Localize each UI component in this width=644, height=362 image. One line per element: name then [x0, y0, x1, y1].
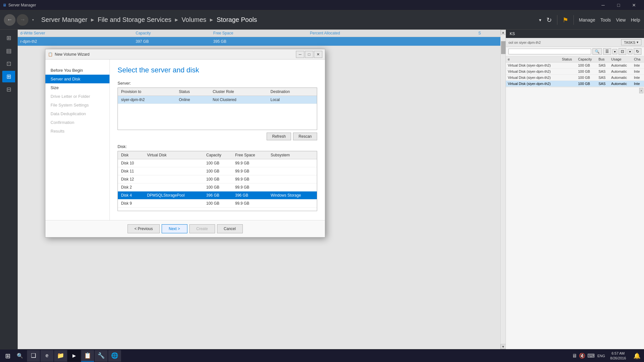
wizard-nav-deduplication[interactable]: Data Deduplication: [45, 109, 109, 118]
right-table-row[interactable]: Virtual Disk (siyer-dpm-th2) 100 GB SAS …: [506, 69, 644, 75]
next-button[interactable]: Next >: [162, 224, 187, 233]
wizard-nav-results[interactable]: Results: [45, 127, 109, 135]
sort-dropdown[interactable]: ▾: [628, 49, 632, 54]
taskbar-server-manager-button[interactable]: 📋: [81, 350, 94, 362]
server-col-provision-to: Provision to: [118, 88, 175, 96]
sidebar-dashboard-icon[interactable]: ⊞: [2, 32, 15, 44]
taskbar-explorer-button[interactable]: 📁: [54, 350, 67, 362]
wizard-window-controls: ─ □ ✕: [296, 51, 322, 58]
disk-table-header-row: Disk Virtual Disk Capacity Free Space Su…: [118, 151, 317, 159]
rescan-button[interactable]: Rescan: [293, 133, 317, 140]
wizard-content: Select the server and disk Server: Provi…: [110, 60, 325, 220]
disk-capacity: 100 GB: [203, 167, 232, 175]
tasks-button[interactable]: TASKS ▾: [621, 39, 641, 45]
breadcrumb-sep-3: ►: [209, 17, 214, 23]
minimize-button[interactable]: ─: [596, 0, 611, 10]
server-col-cluster-role: Cluster Role: [210, 88, 268, 96]
right-search-input[interactable]: [508, 49, 591, 54]
help-button[interactable]: Help: [631, 17, 640, 23]
sort-button[interactable]: ⊡: [619, 48, 626, 55]
right-panel-header: KS: [506, 30, 644, 38]
wizard-nav-size[interactable]: Size: [45, 83, 109, 92]
sidebar-local-server-icon[interactable]: ▤: [2, 45, 15, 57]
server-table-area[interactable]: Provision to Status Cluster Role Destina…: [118, 88, 317, 130]
wizard-nav-file-system[interactable]: File System Settings: [45, 101, 109, 109]
breadcrumb-volumes[interactable]: Volumes: [182, 16, 206, 23]
disk-scroll-thumb[interactable]: [501, 41, 506, 54]
disk-scroll-track[interactable]: [501, 35, 506, 344]
sidebar-roles-icon[interactable]: ⊟: [2, 84, 15, 95]
refresh-nav-button[interactable]: ↻: [546, 16, 552, 24]
wizard-close-button[interactable]: ✕: [314, 51, 322, 58]
wizard-nav-confirmation[interactable]: Confirmation: [45, 118, 109, 127]
taskbar-search-button[interactable]: 🔍: [14, 350, 26, 362]
right-cell-capacity: 100 GB: [576, 69, 597, 75]
disk-table-area[interactable]: Disk Virtual Disk Capacity Free Space Su…: [118, 151, 317, 211]
disk-virtual-disk: DPMSQLStoragePool: [144, 191, 203, 200]
sidebar-storage-icon[interactable]: ⊞: [2, 71, 15, 82]
wizard-maximize-button[interactable]: □: [305, 51, 313, 58]
disk-subsystem: Windows Storage: [268, 191, 317, 200]
right-table-container: e Status Capacity Bus Usage Cha Virtual …: [506, 56, 644, 87]
breadcrumb-file-storage[interactable]: File and Storage Services: [98, 16, 171, 23]
right-table-row[interactable]: Virtual Disk (siyer-dpm-th2) 100 GB SAS …: [506, 75, 644, 81]
start-button[interactable]: ⊞: [1, 350, 14, 362]
flag-button[interactable]: ⚑: [563, 16, 568, 24]
wizard-nav-server-disk[interactable]: Server and Disk: [45, 75, 109, 83]
right-search-bar: 🔍 ☰ ▾ ⊡ ▾ ↻: [506, 47, 644, 56]
taskbar-browser-button[interactable]: 🌐: [108, 350, 121, 362]
disk-section-label: Disk:: [118, 144, 317, 149]
forward-button[interactable]: →: [17, 14, 28, 26]
disk-row-9[interactable]: Disk 9 100 GB 99.9 GB: [118, 200, 317, 208]
refresh-right-button[interactable]: ↻: [634, 48, 641, 55]
wizard-nav-drive-letter[interactable]: Drive Letter or Folder: [45, 92, 109, 101]
nav-dropdown-2-button[interactable]: ▾: [539, 17, 541, 23]
maximize-button[interactable]: □: [611, 0, 626, 10]
disk-row-2[interactable]: Disk 2 100 GB 99.9 GB: [118, 183, 317, 191]
taskbar-cmd-button[interactable]: ▶: [68, 350, 80, 362]
previous-button[interactable]: < Previous: [128, 224, 159, 233]
taskbar-ie-button[interactable]: e: [41, 350, 53, 362]
cancel-button[interactable]: Cancel: [217, 224, 243, 233]
wizard-minimize-button[interactable]: ─: [296, 51, 304, 58]
wizard-nav-before-you-begin[interactable]: Before You Begin: [45, 66, 109, 75]
bg-content: d-Write Server Capacity Free Space Perce…: [18, 30, 506, 349]
close-button[interactable]: ✕: [627, 0, 641, 10]
disk-row-12[interactable]: Disk 12 100 GB 99.9 GB: [118, 175, 317, 183]
right-table-header-row: e Status Capacity Bus Usage Cha: [506, 56, 644, 62]
refresh-button[interactable]: Refresh: [267, 133, 291, 140]
right-cell-usage: Automatic: [609, 75, 632, 81]
tools-button[interactable]: Tools: [600, 17, 611, 23]
disk-row-4[interactable]: Disk 4 DPMSQLStoragePool 396 GB 396 GB W…: [118, 191, 317, 200]
right-cell-status: [560, 69, 576, 75]
disk-scrollbar[interactable]: ▲ ▼: [500, 30, 506, 349]
taskbar-task-view[interactable]: ❑: [27, 350, 40, 362]
right-table-row[interactable]: Virtual Disk (siyer-dpm-th2) 100 GB SAS …: [506, 81, 644, 87]
disk-scroll-down-button[interactable]: ▼: [501, 344, 506, 349]
breadcrumb-storage-pools[interactable]: Storage Pools: [217, 16, 257, 23]
search-icon-button[interactable]: 🔍: [592, 48, 602, 55]
create-button[interactable]: Create: [189, 224, 215, 233]
disk-row-11[interactable]: Disk 11 100 GB 99.9 GB: [118, 167, 317, 175]
notification-button[interactable]: 🔔: [631, 350, 643, 362]
breadcrumb-sep-1: ►: [90, 17, 95, 23]
taskbar-clock[interactable]: 6:57 AM 8/26/2016: [608, 351, 629, 360]
nav-dropdown-button[interactable]: ▾: [30, 14, 36, 26]
disk-scroll-up-button[interactable]: ▲: [501, 30, 506, 35]
list-view-button[interactable]: ☰: [603, 48, 611, 55]
right-scroll-right-button[interactable]: ›: [639, 88, 643, 93]
taskbar-tools-button[interactable]: 🔧: [95, 350, 108, 362]
breadcrumb: Server Manager ► File and Storage Servic…: [41, 16, 539, 23]
right-table-row[interactable]: Virtual Disk (siyer-dpm-th2) 100 GB SAS …: [506, 62, 644, 69]
disk-row-10[interactable]: Disk 10 100 GB 99.9 GB: [118, 159, 317, 167]
sidebar-all-servers-icon[interactable]: ⊡: [2, 58, 15, 70]
breadcrumb-server-manager[interactable]: Server Manager: [41, 16, 87, 23]
list-view-dropdown[interactable]: ▾: [612, 49, 617, 54]
manage-button[interactable]: Manage: [579, 17, 595, 23]
view-button[interactable]: View: [616, 17, 626, 23]
main-area: ⊞ ▤ ⊡ ⊞ ⊟ d-Write Server Capacity Free S…: [0, 30, 644, 349]
right-col-capacity: Capacity: [576, 56, 597, 62]
right-panel-title: KS: [510, 32, 515, 36]
back-button[interactable]: ←: [4, 14, 15, 26]
server-table-row[interactable]: siyer-dpm-th2 Online Not Clustered Local: [118, 96, 317, 104]
